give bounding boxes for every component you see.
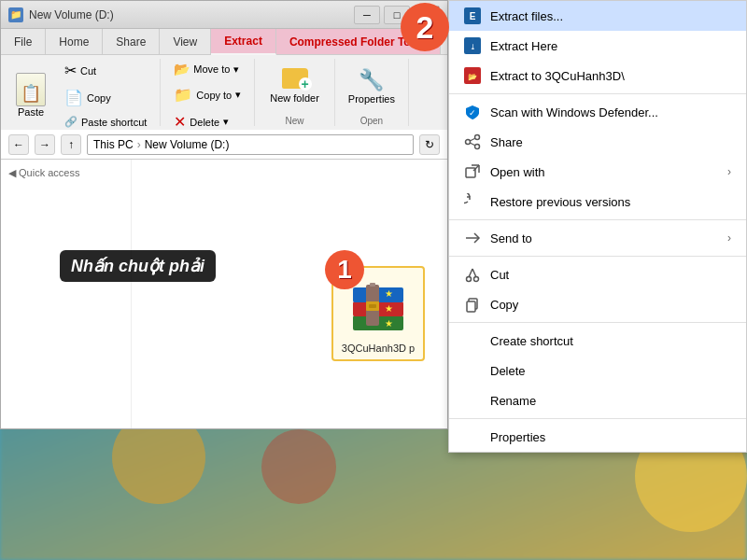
send-to-icon <box>464 230 481 246</box>
clipboard-group-inner: 📋 Paste ✂ Cut 📄 Copy 🔗 Paste sh <box>7 59 152 131</box>
cut-label: Cut <box>80 65 96 77</box>
ctx-share[interactable]: Share <box>449 127 746 157</box>
cut-icon <box>464 266 481 283</box>
scissors-icon: ✂ <box>64 62 77 79</box>
ctx-cut[interactable]: Cut <box>449 259 746 289</box>
properties-button[interactable]: 🔧 Properties <box>343 65 401 108</box>
ctx-properties-icon <box>464 428 481 445</box>
open-group: 🔧 Properties Open <box>343 59 409 126</box>
delete-arrow: ▾ <box>223 116 229 128</box>
organize-group: 📂 Move to ▾ 📁 Copy to ▾ ✕ Delete ▾ <box>168 59 255 126</box>
ctx-scan-defender[interactable]: ✓ Scan with Windows Defender... <box>449 97 746 127</box>
copy-to-label: Copy to <box>196 90 232 101</box>
address-path[interactable]: This PC › New Volume (D:) <box>87 134 414 155</box>
clipboard-group: 📋 Paste ✂ Cut 📄 Copy 🔗 Paste sh <box>7 59 161 126</box>
ctx-restore-label: Restore previous versions <box>490 195 731 209</box>
delete-icon: ✕ <box>174 113 186 131</box>
ctx-extract-to[interactable]: 📂 Extract to 3QCuHanh3D\ <box>449 61 746 91</box>
ctx-extract-files-label: Extract files... <box>490 9 731 23</box>
svg-point-26 <box>467 277 472 282</box>
copy-to-button[interactable]: 📁 Copy to ▾ <box>168 83 247 106</box>
ctx-properties[interactable]: Properties <box>449 422 746 452</box>
ctx-copy[interactable]: Copy <box>449 289 746 319</box>
refresh-button[interactable]: ↻ <box>419 134 440 155</box>
window-icon: 📁 <box>8 7 23 22</box>
ctx-create-shortcut[interactable]: Create shortcut <box>449 326 746 356</box>
copy-button[interactable]: 📄 Copy <box>59 86 152 109</box>
path-new-volume[interactable]: New Volume (D:) <box>145 138 230 151</box>
bg-decoration-3 <box>261 429 336 504</box>
ctx-sep-5 <box>449 418 746 419</box>
extract-files-icon: E <box>464 7 481 24</box>
minimize-button[interactable]: ─ <box>354 6 380 24</box>
ctx-delete-label: Delete <box>490 364 731 378</box>
paste-shortcut-button[interactable]: 🔗 Paste shortcut <box>59 113 152 131</box>
ctx-open-with[interactable]: Open with › <box>449 157 746 187</box>
open-group-label: Open <box>343 116 401 126</box>
ctx-sep-1 <box>449 93 746 94</box>
paste-label: Paste <box>18 106 44 118</box>
window-title: New Volume (D:) <box>29 8 354 21</box>
ribbon-tabs: File Home Share View Extract Compressed … <box>1 29 447 55</box>
create-shortcut-icon <box>464 332 481 349</box>
step2-badge: 2 <box>401 3 449 51</box>
svg-rect-4 <box>370 283 375 287</box>
paste-icon: 📋 <box>16 73 46 106</box>
right-click-text: Nhấn chuột phải <box>71 257 204 275</box>
move-to-button[interactable]: 📂 Move to ▾ <box>168 59 247 79</box>
svg-line-29 <box>472 269 476 277</box>
tab-share[interactable]: Share <box>103 29 160 54</box>
ctx-extract-files[interactable]: E Extract files... <box>449 1 746 31</box>
ctx-properties-label: Properties <box>490 430 731 444</box>
tab-home[interactable]: Home <box>46 29 103 54</box>
forward-button[interactable]: → <box>35 134 55 155</box>
new-group: New folder New <box>262 59 335 126</box>
svg-line-20 <box>470 138 475 141</box>
svg-text:✓: ✓ <box>469 108 476 118</box>
tab-file[interactable]: File <box>1 29 46 54</box>
svg-point-17 <box>475 135 480 140</box>
new-folder-button[interactable]: New folder <box>262 64 327 108</box>
ctx-restore-versions[interactable]: Restore previous versions <box>449 187 746 217</box>
ctx-extract-here[interactable]: ⤓ Extract Here <box>449 31 746 61</box>
ctx-delete-icon <box>464 362 481 379</box>
svg-text:★: ★ <box>385 303 393 314</box>
tab-view[interactable]: View <box>160 29 211 54</box>
path-sep-1: › <box>137 138 141 151</box>
path-this-pc[interactable]: This PC <box>93 138 134 151</box>
cut-copy-group: ✂ Cut 📄 Copy 🔗 Paste shortcut <box>59 59 152 131</box>
open-group-inner: 🔧 Properties <box>343 59 401 114</box>
ctx-delete[interactable]: Delete <box>449 356 746 385</box>
svg-line-21 <box>470 143 475 146</box>
ctx-sep-4 <box>449 322 746 323</box>
copy-label: Copy <box>87 92 111 104</box>
navigation-pane: ◀ Quick access <box>1 160 132 428</box>
address-bar: ← → ↑ This PC › New Volume (D:) ↻ <box>1 130 447 160</box>
up-button[interactable]: ↑ <box>61 134 81 155</box>
new-folder-label: New folder <box>270 92 319 105</box>
back-button[interactable]: ← <box>8 134 29 155</box>
step1-badge: 1 <box>325 250 364 289</box>
svg-text:E: E <box>470 11 476 21</box>
copy-folder-icon: 📁 <box>174 86 192 104</box>
ctx-send-to[interactable]: Send to › <box>449 223 746 253</box>
ctx-copy-icon <box>464 296 481 313</box>
paste-button[interactable]: 📋 Paste <box>7 69 55 121</box>
extract-to-icon: 📂 <box>464 67 481 84</box>
shield-icon: ✓ <box>464 104 481 120</box>
ctx-rename[interactable]: Rename <box>449 385 746 415</box>
restore-icon <box>464 193 481 210</box>
svg-point-18 <box>466 140 471 145</box>
tab-extract[interactable]: Extract <box>211 29 276 55</box>
delete-label: Delete <box>190 117 219 128</box>
svg-rect-31 <box>467 301 475 312</box>
ctx-rename-icon <box>464 392 481 409</box>
copy-icon: 📄 <box>64 89 83 106</box>
paste-shortcut-label: Paste shortcut <box>81 117 147 128</box>
copy-to-arrow: ▾ <box>235 89 241 101</box>
cut-button[interactable]: ✂ Cut <box>59 59 152 82</box>
ctx-extract-here-label: Extract Here <box>490 39 731 53</box>
move-icon: 📂 <box>174 62 190 77</box>
ctx-sep-3 <box>449 256 746 257</box>
properties-label: Properties <box>348 93 395 105</box>
